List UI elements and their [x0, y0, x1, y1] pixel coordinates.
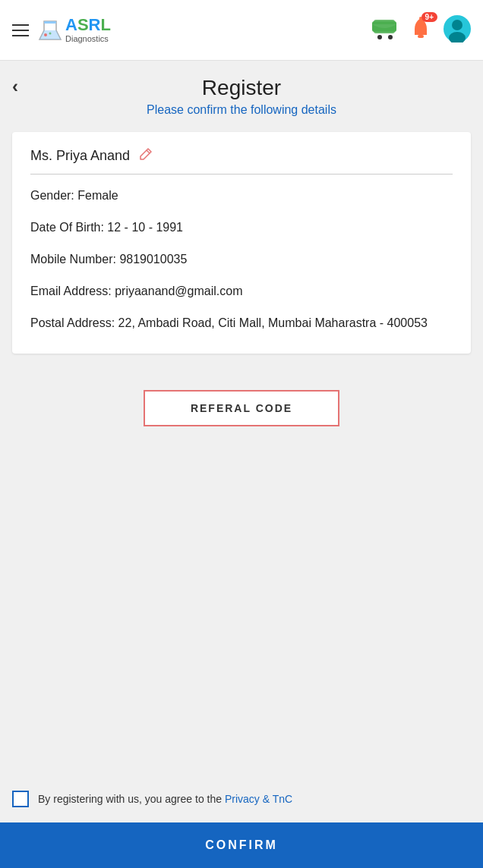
- back-button[interactable]: ‹: [12, 76, 18, 97]
- mobile-field: Mobile Number: 9819010035: [30, 250, 453, 269]
- logo-beaker-icon: [38, 18, 62, 42]
- logo-text: ASRL Diagnostics: [65, 17, 111, 43]
- user-name: Ms. Priya Anand: [30, 148, 130, 164]
- svg-rect-1: [44, 21, 56, 24]
- notification-badge: 9+: [421, 12, 437, 22]
- confirm-button[interactable]: CONFIRM: [0, 822, 483, 868]
- svg-point-12: [452, 20, 462, 30]
- name-row: Ms. Priya Anand: [30, 147, 453, 175]
- terms-row: By registering with us, you agree to the…: [0, 791, 483, 807]
- profile-button[interactable]: [444, 15, 471, 46]
- svg-marker-2: [39, 30, 61, 39]
- cart-button[interactable]: [371, 17, 398, 44]
- gender-field: Gender: Female: [30, 187, 453, 205]
- logo-srl: ASRL: [65, 17, 111, 33]
- logo: ASRL Diagnostics: [38, 17, 111, 43]
- page-content: ‹ Register Please confirm the following …: [0, 61, 483, 868]
- privacy-tnc-link[interactable]: Privacy & TnC: [225, 793, 292, 805]
- cart-icon: [371, 17, 398, 41]
- svg-point-4: [49, 32, 52, 34]
- notifications-button[interactable]: 9+: [410, 17, 431, 44]
- avatar-icon: [444, 15, 471, 42]
- logo-diagnostics: Diagnostics: [65, 35, 111, 43]
- referral-code-button[interactable]: REFERAL CODE: [144, 390, 339, 426]
- header-right: 9+: [371, 15, 471, 46]
- svg-point-6: [377, 35, 382, 39]
- referral-section: REFERAL CODE: [0, 360, 483, 442]
- svg-point-3: [44, 33, 47, 36]
- pencil-icon: [139, 147, 153, 161]
- header: ASRL Diagnostics 9+: [0, 0, 483, 61]
- hamburger-menu[interactable]: [12, 24, 29, 36]
- terms-text: By registering with us, you agree to the…: [38, 793, 292, 805]
- terms-checkbox[interactable]: [12, 791, 29, 807]
- dob-field: Date Of Birth: 12 - 10 - 1991: [30, 219, 453, 237]
- email-field: Email Address: priyaanand@gmail.com: [30, 282, 453, 300]
- svg-rect-9: [418, 35, 424, 38]
- register-header: ‹ Register Please confirm the following …: [0, 61, 483, 126]
- details-card: Ms. Priya Anand Gender: Female Date Of B…: [12, 132, 471, 354]
- address-field: Postal Address: 22, Ambadi Road, Citi Ma…: [30, 314, 453, 332]
- header-left: ASRL Diagnostics: [12, 17, 111, 43]
- svg-line-14: [147, 150, 150, 153]
- page-subtitle: Please confirm the following details: [147, 103, 336, 117]
- page-title: Register: [202, 76, 281, 100]
- edit-name-button[interactable]: [139, 147, 153, 165]
- svg-point-7: [388, 35, 393, 39]
